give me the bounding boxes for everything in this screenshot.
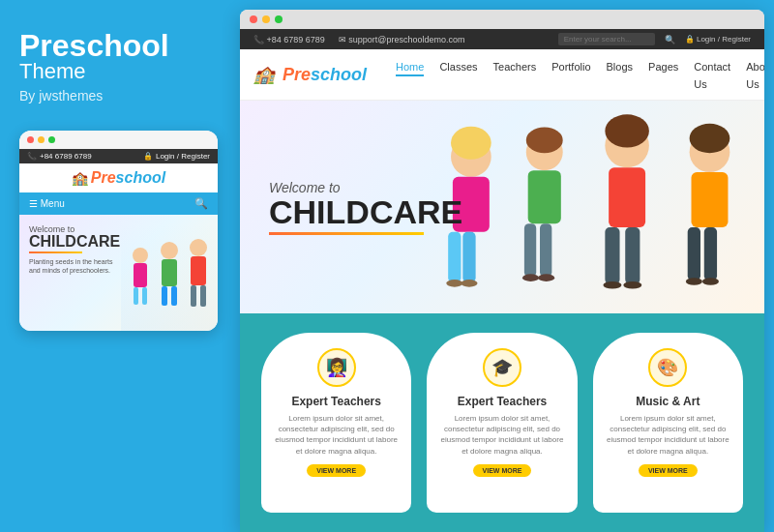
nav-item-pages[interactable]: Pages [648,57,678,92]
svg-point-38 [685,278,701,285]
desktop-hero: Welcome to CHILDCARE [240,101,764,313]
nav-item-portfolio[interactable]: Portfolio [551,57,590,92]
kids-svg [121,226,218,331]
mobile-mockup: 📞 +84 6789 6789 🔒 Login / Register 🏫 Pre… [19,131,218,331]
browser-titlebar [240,10,764,29]
mobile-menu-label: ☰ Menu [29,198,65,209]
svg-rect-36 [687,227,700,281]
svg-point-34 [689,124,729,153]
feature-text-0: Lorem ipsum dolor sit amet, consectetur … [275,413,398,457]
mobile-underline [29,251,82,253]
svg-rect-7 [171,286,177,306]
login-link[interactable]: 🔒 Login / Register [685,35,751,44]
svg-rect-21 [527,170,560,223]
svg-point-24 [522,274,539,281]
topbar-right: 🔍 🔒 Login / Register [558,33,751,45]
title-text: Preschool [19,29,221,63]
mobile-logo-icon: 🏫 [72,170,88,186]
mobile-menu-bar[interactable]: ☰ Menu 🔍 [19,192,218,215]
nav-item-classes[interactable]: Classes [439,57,477,92]
svg-point-18 [461,280,477,287]
svg-rect-5 [162,259,177,286]
nav-item-home[interactable]: Home [396,57,424,92]
svg-rect-23 [540,223,551,277]
svg-rect-10 [191,285,196,307]
mobile-dot-red [27,136,34,143]
feature-title-1: Expert Teachers [458,395,548,408]
topbar-email: ✉ support@preschooldemo.com [339,35,465,44]
svg-rect-6 [162,286,167,306]
hero-underline [269,232,424,235]
search-input[interactable] [558,33,655,45]
feature-btn-2[interactable]: VIEW MORE [639,464,698,477]
mobile-kids-decoration [121,224,218,331]
mobile-tagline: Planting seeds in the hearts and minds o… [29,257,116,275]
mobile-hero-text: Welcome to CHILDCARE Planting seeds in t… [29,224,120,275]
feature-btn-0[interactable]: VIEW MORE [307,464,366,477]
desktop-features: 👩‍🏫Expert TeachersLorem ipsum dolor sit … [240,313,764,532]
svg-point-0 [133,248,148,263]
mobile-login[interactable]: 🔒 Login / Register [143,152,210,161]
svg-rect-35 [691,172,728,227]
svg-point-25 [538,274,554,281]
desktop-logo: 🏫 Preschool [253,64,367,85]
svg-point-8 [190,239,207,256]
mobile-titlebar [19,131,218,149]
svg-rect-2 [134,287,138,305]
mobile-phone: 📞 +84 6789 6789 [27,152,92,161]
mobile-logo-text: Preschool [91,169,165,187]
svg-rect-28 [609,167,645,227]
svg-rect-30 [625,227,640,284]
lock-icon: 🔒 [143,152,153,161]
topbar-left: 📞 +84 6789 6789 ✉ support@preschooldemo.… [253,35,465,44]
feature-card-1: 🎓Expert TeachersLorem ipsum dolor sit am… [427,333,577,513]
nav-item-teachers[interactable]: Teachers [493,57,537,92]
author-text: By jwsthemes [19,88,221,103]
svg-rect-1 [134,263,147,287]
svg-point-32 [623,281,641,289]
left-panel: Preschool Theme By jwsthemes 📞 +84 6789 … [0,0,240,532]
svg-point-31 [603,281,621,289]
svg-point-13 [451,127,491,160]
feature-icon-0: 👩‍🏫 [317,348,356,387]
svg-rect-15 [448,232,461,282]
nav-item-contact us[interactable]: Contact Us [694,57,730,92]
svg-point-27 [605,114,649,147]
mobile-dot-yellow [38,136,45,143]
feature-text-2: Lorem ipsum dolor sit amet, consectetur … [607,413,729,457]
feature-btn-1[interactable]: VIEW MORE [473,464,532,477]
mobile-dot-green [48,136,55,143]
svg-rect-22 [523,223,535,277]
svg-rect-9 [191,256,206,285]
browser-dot-red[interactable] [250,15,257,23]
phone-icon: 📞 [27,152,37,161]
feature-icon-1: 🎓 [483,348,521,387]
hero-text: Welcome to CHILDCARE [240,180,462,235]
nav-item-blogs[interactable]: Blogs [607,57,634,92]
feature-title-2: Music & Art [636,395,700,408]
nav-links: HomeClassesTeachersPortfolioBlogsPagesCo… [396,57,764,92]
svg-rect-29 [605,227,619,284]
desktop-nav: 🏫 Preschool HomeClassesTeachersPortfolio… [240,49,764,101]
desktop-topbar: 📞 +84 6789 6789 ✉ support@preschooldemo.… [240,29,764,49]
logo-icon: 🏫 [253,64,275,85]
nav-item-about us[interactable]: About Us [746,57,764,92]
mobile-search-icon[interactable]: 🔍 [194,197,208,210]
feature-title-0: Expert Teachers [291,395,381,408]
browser-dot-green[interactable] [275,15,283,23]
feature-card-2: 🎨Music & ArtLorem ipsum dolor sit amet, … [593,333,743,513]
browser-dot-yellow[interactable] [262,15,270,23]
feature-icon-2: 🎨 [648,348,687,387]
theme-title: Preschool Theme By jwsthemes [19,29,221,103]
mobile-topbar: 📞 +84 6789 6789 🔒 Login / Register [19,149,218,163]
mobile-hero: Welcome to CHILDCARE Planting seeds in t… [19,215,218,331]
topbar-phone: 📞 +84 6789 6789 [253,35,325,44]
right-panel: 📞 +84 6789 6789 ✉ support@preschooldemo.… [240,10,764,532]
feature-card-0: 👩‍🏫Expert TeachersLorem ipsum dolor sit … [261,333,411,513]
svg-rect-3 [142,287,147,305]
search-icon[interactable]: 🔍 [665,35,675,44]
svg-rect-37 [703,227,716,281]
svg-point-20 [525,128,562,154]
mobile-childcare: CHILDCARE [29,234,120,250]
svg-rect-16 [462,232,475,282]
